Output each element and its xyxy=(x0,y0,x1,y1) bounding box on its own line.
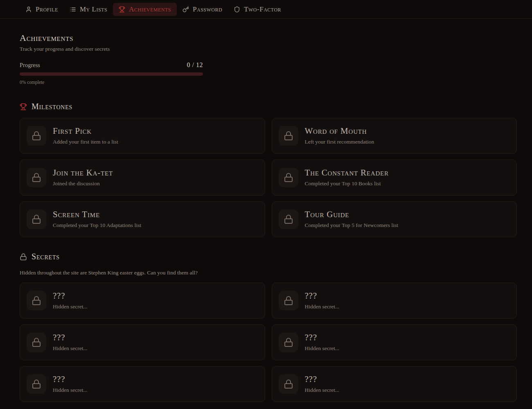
milestones-section: Milestones First Pick Added your first i… xyxy=(20,102,517,237)
locked-badge xyxy=(27,374,46,394)
progress-bar xyxy=(20,72,203,76)
secrets-heading: Secrets xyxy=(20,252,517,261)
secrets-grid: ??? Hidden secret... ??? Hidden secret..… xyxy=(20,283,517,402)
secret-description: Hidden secret... xyxy=(305,303,340,310)
secrets-description: Hidden throughout the site are Stephen K… xyxy=(20,270,517,276)
secret-description: Hidden secret... xyxy=(53,345,88,352)
lock-icon xyxy=(284,214,293,224)
trophy-icon xyxy=(119,6,125,13)
progress-label: Progress xyxy=(20,62,40,69)
achievement-description: Joined the discussion xyxy=(53,180,113,187)
secret-title: ??? xyxy=(305,333,340,342)
secret-description: Hidden secret... xyxy=(305,345,340,352)
lock-icon xyxy=(284,173,293,182)
achievement-description: Added your first item to a list xyxy=(53,139,118,145)
achievement-title: The Constant Reader xyxy=(305,168,389,178)
progress-section: Progress 0 / 12 0% complete xyxy=(20,61,203,85)
achievement-card[interactable]: Word of Mouth Left your first recommenda… xyxy=(272,118,517,154)
page-subtitle: Track your progress and discover secrets xyxy=(20,46,517,52)
locked-badge xyxy=(279,126,298,146)
secret-description: Hidden secret... xyxy=(53,303,88,310)
achievement-card[interactable]: Tour Guide Completed your Top 5 for Newc… xyxy=(272,201,517,237)
achievement-title: Tour Guide xyxy=(305,210,398,219)
secret-description: Hidden secret... xyxy=(305,387,340,393)
achievement-card[interactable]: Screen Time Completed your Top 10 Adapta… xyxy=(20,201,265,237)
locked-badge xyxy=(279,291,298,310)
lock-icon xyxy=(32,214,41,224)
nav-tab-my-lists[interactable]: My Lists xyxy=(64,3,113,16)
secret-title: ??? xyxy=(53,333,88,342)
nav-tab-label: Achievements xyxy=(129,5,171,13)
secret-description: Hidden secret... xyxy=(53,387,88,393)
nav-tab-label: My Lists xyxy=(80,5,107,13)
locked-badge xyxy=(27,291,46,310)
achievement-description: Left your first recommendation xyxy=(305,139,374,145)
list-icon xyxy=(70,6,76,13)
locked-badge xyxy=(279,209,298,229)
locked-badge xyxy=(279,168,298,187)
secret-title: ??? xyxy=(53,375,88,384)
locked-badge xyxy=(27,333,46,352)
achievement-title: Word of Mouth xyxy=(305,126,374,136)
lock-icon xyxy=(32,337,41,347)
secrets-title: Secrets xyxy=(32,252,60,261)
achievement-card[interactable]: The Constant Reader Completed your Top 1… xyxy=(272,160,517,196)
achievement-title: First Pick xyxy=(53,126,118,136)
nav-tab-password[interactable]: Password xyxy=(177,3,228,16)
progress-value: 0 / 12 xyxy=(187,61,203,69)
nav-tab-label: Password xyxy=(193,5,222,13)
trophy-icon xyxy=(20,103,27,110)
lock-icon xyxy=(284,379,293,389)
nav-tab-label: Two-Factor xyxy=(244,5,281,13)
milestones-title: Milestones xyxy=(32,102,72,111)
nav-tab-two-factor[interactable]: Two-Factor xyxy=(228,3,287,16)
secret-card[interactable]: ??? Hidden secret... xyxy=(20,283,265,319)
milestones-heading: Milestones xyxy=(20,102,517,111)
lock-icon xyxy=(32,379,41,389)
secret-card[interactable]: ??? Hidden secret... xyxy=(272,283,517,319)
lock-icon xyxy=(32,131,41,141)
lock-icon xyxy=(32,173,41,182)
secret-title: ??? xyxy=(305,291,340,301)
key-icon xyxy=(183,6,189,13)
locked-badge xyxy=(279,333,298,352)
locked-badge xyxy=(27,209,46,229)
achievement-description: Completed your Top 10 Adaptations list xyxy=(53,222,141,229)
nav-tab-label: Profile xyxy=(36,5,58,13)
achievement-title: Join the Ka-tet xyxy=(53,168,113,178)
lock-icon xyxy=(32,296,41,306)
locked-badge xyxy=(27,168,46,187)
locked-badge xyxy=(27,126,46,146)
secret-card[interactable]: ??? Hidden secret... xyxy=(20,366,265,402)
lock-icon xyxy=(20,253,27,261)
achievement-card[interactable]: Join the Ka-tet Joined the discussion xyxy=(20,160,265,196)
lock-icon xyxy=(284,337,293,347)
shield-icon xyxy=(234,6,240,13)
nav-tab-profile[interactable]: Profile xyxy=(20,3,64,16)
lock-icon xyxy=(284,131,293,141)
user-icon xyxy=(25,6,32,13)
secrets-section: Secrets Hidden throughout the site are S… xyxy=(20,252,517,402)
achievement-title: Screen Time xyxy=(53,210,141,219)
progress-caption: 0% complete xyxy=(20,80,203,85)
achievement-description: Completed your Top 5 for Newcomers list xyxy=(305,222,398,229)
nav-tab-achievements[interactable]: Achievements xyxy=(113,3,177,16)
page-title: Achievements xyxy=(20,33,517,43)
secret-card[interactable]: ??? Hidden secret... xyxy=(20,324,265,360)
achievement-card[interactable]: First Pick Added your first item to a li… xyxy=(20,118,265,154)
secret-title: ??? xyxy=(305,375,340,384)
secret-title: ??? xyxy=(53,291,88,301)
achievements-page: Achievements Track your progress and dis… xyxy=(0,19,532,402)
milestones-grid: First Pick Added your first item to a li… xyxy=(20,118,517,237)
secret-card[interactable]: ??? Hidden secret... xyxy=(272,366,517,402)
settings-nav: Profile My Lists Achievements Password T… xyxy=(0,0,532,19)
lock-icon xyxy=(284,296,293,306)
achievement-description: Completed your Top 10 Books list xyxy=(305,180,389,187)
secret-card[interactable]: ??? Hidden secret... xyxy=(272,324,517,360)
locked-badge xyxy=(279,374,298,394)
